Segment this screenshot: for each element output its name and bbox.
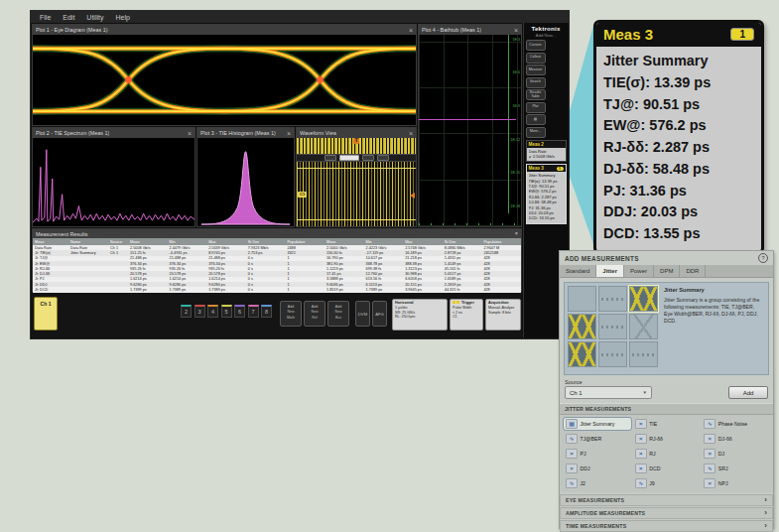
channel-button[interactable]: 6	[234, 305, 245, 318]
table-cell: 30.988 ps	[403, 272, 443, 276]
measurement-item[interactable]: × DJ-δδ	[702, 433, 769, 445]
misc-button[interactable]: AFG	[372, 301, 387, 327]
gallery-thumbnail[interactable]	[629, 314, 658, 339]
channel-button[interactable]: 2	[181, 305, 192, 318]
gallery-thumbnail[interactable]	[568, 314, 596, 339]
section-header[interactable]: TIME MEASUREMENTS ›	[560, 520, 773, 532]
waveform-overview-band[interactable]: T	[297, 138, 416, 154]
channel-button[interactable]: 3	[195, 305, 205, 318]
close-icon[interactable]: ×	[409, 130, 413, 137]
panel-tab[interactable]: DPM	[654, 265, 680, 277]
gallery-thumbnail[interactable]	[598, 341, 627, 367]
panel-tab[interactable]: Standard	[560, 265, 596, 277]
source-dropdown[interactable]: Ch 1 ▼	[565, 386, 652, 399]
panel-tab[interactable]: DDR	[680, 265, 706, 277]
channel1-marker[interactable]: C1	[298, 192, 307, 198]
horizontal-badge[interactable]: Horizontal 1 µs/divSR: 25 GS/sRL: 250 kp…	[392, 299, 448, 331]
measurement-item[interactable]: ∿ J9	[633, 477, 701, 489]
jitter-measurements-section-header[interactable]: JITTER MEASUREMENTS	[560, 403, 773, 415]
menu-item[interactable]: Help	[115, 14, 129, 21]
table-cell: 935.26 fs	[168, 267, 207, 271]
callout-body: Jitter SummaryTIE(σ): 13.39 psTJ@: 90.51…	[596, 47, 761, 251]
plot-titlebar[interactable]: Plot 4 - Bathtub (Meas 1) ×	[419, 25, 521, 35]
help-icon[interactable]: ?	[758, 253, 768, 263]
channel-button[interactable]: 5	[221, 305, 232, 318]
zoom-scale-indicator[interactable]	[339, 155, 359, 161]
channel-button[interactable]: 8	[261, 305, 272, 318]
trigger-badge[interactable]: Trigger Pulse Width< 2 nsC1	[450, 299, 483, 331]
close-icon[interactable]: ×	[287, 130, 291, 137]
column-header: St Dev	[246, 240, 286, 244]
panel-tab[interactable]: Power	[624, 265, 654, 277]
menu-item[interactable]: Edit	[63, 14, 74, 21]
table-cell: 428	[481, 267, 521, 271]
misc-button[interactable]: DVM	[355, 301, 370, 327]
waveform-trace-area[interactable]: C1	[297, 162, 416, 226]
close-icon[interactable]: ×	[514, 27, 518, 34]
add-new-button[interactable]: Add New Math	[280, 301, 302, 327]
description-title: Jitter Summary	[664, 287, 763, 295]
table-cell: 613.56 fs	[364, 277, 404, 281]
measurement-item[interactable]: ▦ Jitter Summary	[564, 418, 631, 430]
menu-item[interactable]: Utility	[86, 14, 103, 21]
measurement-item[interactable]: × DJ	[702, 448, 769, 460]
measurement-label: DJ-δδ	[718, 436, 732, 442]
plot-titlebar[interactable]: Waveform View ×	[297, 128, 416, 138]
menu-item[interactable]: File	[40, 14, 51, 21]
table-cell: 1.7389 ps	[206, 288, 246, 292]
channel-button[interactable]: 7	[248, 305, 259, 318]
zoom-button[interactable]	[362, 155, 374, 161]
measurement-item[interactable]: × DCD	[633, 463, 701, 474]
measurement-item[interactable]: × TIE	[633, 418, 701, 430]
plot-titlebar[interactable]: Plot 2 - TIE Spectrum (Meas 1) ×	[33, 128, 195, 138]
gallery-thumbnail[interactable]	[629, 341, 658, 367]
zoom-button[interactable]	[377, 155, 389, 161]
acquisition-badge[interactable]: Acquisition Manual, AnalyzeSample: 8 bit…	[485, 299, 521, 331]
measurement-icon: ×	[635, 449, 647, 459]
plot-titlebar[interactable]: Plot 1 - Eye Diagram (Meas 1) ×	[33, 25, 416, 35]
section-header[interactable]: AMPLITUDE MEASUREMENTS ›	[560, 507, 773, 519]
measurement-item[interactable]: × DDJ	[564, 463, 631, 474]
table-cell: 699.38 fs	[364, 267, 404, 271]
table-cell: 368.78 ps	[364, 262, 404, 266]
measurement-item[interactable]: ∿ Phase Noise	[702, 418, 769, 430]
table-cell: Ch 1	[108, 251, 128, 255]
table-row[interactable]: Jt: TIE(σ)Jitter SummaryCh 1151.25 fs-4.…	[33, 250, 521, 255]
trigger-flag-icon[interactable]: T	[353, 138, 359, 144]
zoom-button[interactable]	[325, 155, 336, 161]
measurement-item[interactable]: × NPJ	[702, 477, 769, 489]
gallery-thumbnail[interactable]	[568, 341, 596, 367]
measurement-icon: ∿	[566, 478, 578, 488]
channel1-badge[interactable]: Ch 1	[34, 297, 58, 331]
callout-line: EW@: 576.2 ps	[603, 115, 754, 137]
gallery-thumbnail[interactable]	[598, 286, 627, 312]
measurement-item[interactable]: × RJ	[633, 448, 701, 460]
gallery-thumbnail[interactable]	[568, 286, 596, 312]
table-cell: 1.6589 ps	[443, 277, 482, 281]
table-row[interactable]: Data RateData RateCh 12.5008 Gb/s2.4479 …	[33, 245, 521, 250]
measurement-item[interactable]: ∿ TJ@BER	[564, 433, 631, 445]
gallery-thumbnail[interactable]	[598, 314, 627, 339]
add-new-button[interactable]: Add New Ref	[304, 301, 325, 327]
table-cell: 3321	[285, 251, 325, 255]
panel-tab[interactable]: Jitter	[596, 265, 624, 277]
add-button[interactable]: Add	[728, 386, 768, 399]
plot-titlebar[interactable]: Plot 3 - TIE Histogram (Meas 1) ×	[197, 128, 294, 138]
measurement-item[interactable]: ∿ SRJ	[702, 463, 769, 474]
trigger-level-arrow-icon[interactable]	[410, 193, 415, 199]
badge-line: C1	[453, 315, 480, 320]
add-new-button[interactable]: Add New Bus	[327, 301, 349, 327]
table-row[interactable]: Jt: DCD1.7389 ps1.7389 ps1.7389 ps0 s11.…	[33, 287, 521, 292]
table-cell: 0 s	[246, 272, 286, 276]
results-table-titlebar[interactable]: Measurement Results ×	[33, 229, 521, 238]
measurement-item[interactable]: ∿ J2	[564, 477, 631, 489]
close-icon[interactable]: ×	[515, 231, 518, 236]
gallery-thumbnail[interactable]	[629, 286, 658, 312]
channel-button[interactable]: 4	[207, 305, 218, 318]
close-icon[interactable]: ×	[409, 27, 413, 34]
callout-line: TIE(σ): 13.39 ps	[603, 72, 754, 94]
close-icon[interactable]: ×	[188, 130, 192, 137]
section-header[interactable]: EYE MEASUREMENTS ›	[560, 494, 773, 506]
measurement-item[interactable]: × RJ-δδ	[633, 433, 701, 445]
measurement-item[interactable]: × PJ	[564, 448, 631, 460]
